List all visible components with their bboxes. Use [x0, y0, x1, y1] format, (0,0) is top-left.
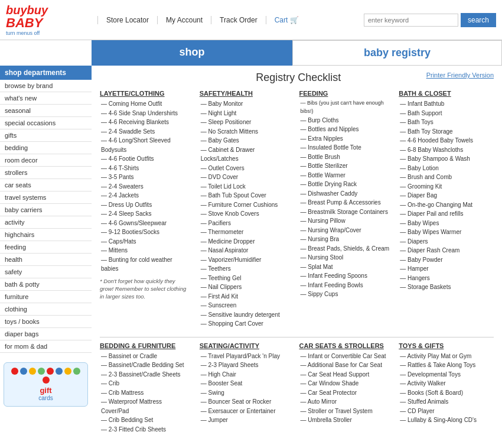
logo-area: buybuy BABY turn menus off: [6, 4, 97, 36]
dot: [64, 368, 71, 375]
safety-item: Nasal Aspirator: [200, 246, 290, 255]
sidebar-item-diaper-bags[interactable]: diaper bags: [0, 328, 92, 340]
sidebar-item-bath-potty[interactable]: bath & potty: [0, 278, 92, 291]
turn-menus-off[interactable]: turn menus off: [6, 30, 97, 36]
store-locator-link[interactable]: Store Locator: [97, 16, 158, 24]
bath-item: Diaper Pail and refills: [399, 209, 489, 219]
bath-item: Infant Bathtub: [399, 99, 489, 109]
feeding-item: Infant Feeding Bowls: [299, 281, 390, 290]
sidebar-item-feeding[interactable]: feeding: [0, 241, 92, 254]
safety-item: DVD Cover: [200, 173, 290, 182]
layette-item: 2-4 Sleep Sacks: [100, 209, 190, 219]
sidebar-item-strollers[interactable]: strollers: [0, 167, 92, 179]
sidebar-item-car-seats[interactable]: car seats: [0, 179, 92, 191]
carseats-header: CAR SEATS & STROLLERS: [299, 342, 390, 349]
bath-item: Baby Wipes Warmer: [399, 228, 489, 237]
seating-item: Bouncer Seat or Rocker: [200, 397, 290, 407]
feeding-item: Bibs (you just can't have enough bibs!): [299, 99, 390, 116]
dot: [73, 368, 80, 375]
feeding-col: FEEDING Bibs (you just can't have enough…: [295, 90, 395, 329]
safety-item: First Aid Kit: [200, 292, 290, 301]
dot: [47, 368, 54, 375]
sidebar-item-highchairs[interactable]: highchairs: [0, 229, 92, 241]
bath-col: BATH & CLOSET Infant Bathtub Bath Suppor…: [394, 90, 494, 329]
safety-item: Shopping Cart Cover: [200, 319, 290, 329]
sidebar-item-browse-by-brand[interactable]: browse by brand: [0, 80, 92, 92]
seating-header: SEATING/ACTIVITY: [200, 342, 290, 349]
checklist-title: Registry Checklist: [171, 72, 426, 84]
sidebar-item-activity[interactable]: activity: [0, 216, 92, 229]
bedding-item: 2-3 Fitted Crib Sheets: [100, 425, 190, 434]
layette-item: 4-6 Footie Outfits: [100, 154, 190, 164]
track-order-link[interactable]: Track Order: [211, 16, 266, 24]
feeding-item: Dishwasher Caddy: [299, 189, 390, 199]
sidebar-item-toys-books[interactable]: toys / books: [0, 316, 92, 328]
safety-item: Teethers: [200, 264, 290, 274]
search-button[interactable]: search: [461, 13, 496, 27]
safety-item: Furniture Corner Cushions: [200, 200, 290, 210]
sidebar-item-bedding[interactable]: bedding: [0, 142, 92, 154]
bath-item: Diaper Bag: [399, 191, 489, 200]
sidebar-item-health[interactable]: health: [0, 254, 92, 266]
bath-item: Brush and Comb: [399, 173, 489, 182]
sidebar-item-room-decor[interactable]: room decor: [0, 154, 92, 167]
bedding-header: BEDDING & FURNITURE: [100, 342, 190, 349]
feeding-item: Insulated Bottle Tote: [299, 143, 390, 152]
bedding-item: Waterproof Mattress Cover/Pad: [100, 397, 190, 415]
sidebar-item-whats-new[interactable]: what's new: [0, 92, 92, 105]
sidebar-spacer: [0, 40, 92, 66]
feeding-item: Extra Nipples: [299, 134, 390, 144]
sidebar-item-clothing[interactable]: clothing: [0, 303, 92, 316]
feeding-item: Breast Pads, Shields, & Cream: [299, 244, 390, 254]
search-input[interactable]: [364, 14, 458, 27]
layette-item: 4-6 Side Snap Undershirts: [100, 109, 190, 118]
seating-item: Jumper: [200, 415, 290, 425]
safety-item: Sensitive laundry detergent: [200, 310, 290, 320]
sidebar-item-special-occasions[interactable]: special occasions: [0, 117, 92, 129]
safety-item: Baby Gates: [200, 136, 290, 145]
layette-item: Dress Up Outfits: [100, 200, 190, 210]
feeding-item: Bottle Brush: [299, 152, 390, 162]
bath-item: Bath Toys: [399, 118, 489, 127]
sidebar-item-gifts[interactable]: gifts: [0, 129, 92, 142]
bath-item: Baby Shampoo & Wash: [399, 154, 489, 164]
sidebar-item-furniture[interactable]: furniture: [0, 291, 92, 303]
dot: [20, 368, 27, 375]
safety-col: SAFETY/HEALTH Baby Monitor Night Light S…: [195, 90, 295, 329]
tab-shop[interactable]: shop: [92, 40, 292, 66]
tab-bar: shop baby registry: [0, 40, 502, 66]
feeding-header: FEEDING: [299, 90, 390, 97]
bath-item: Grooming Kit: [399, 182, 489, 191]
carseats-item: Car Seat Head Support: [299, 370, 390, 379]
sidebar-item-travel-systems[interactable]: travel systems: [0, 191, 92, 204]
safety-item: Outlet Covers: [200, 164, 290, 173]
layette-item: Coming Home Outfit: [100, 99, 190, 109]
carseats-item: Umbrella Stroller: [299, 415, 390, 425]
gift-card-area: gift cards: [0, 359, 92, 410]
sidebar-item-for-mom-and-dad[interactable]: for mom & dad: [0, 340, 92, 353]
seating-item: Exersaucer or Entertainer: [200, 407, 290, 416]
gift-card-box[interactable]: gift cards: [4, 362, 88, 407]
feeding-item: Splat Mat: [299, 262, 390, 272]
sidebar-item-seasonal[interactable]: seasonal: [0, 105, 92, 117]
toys-item: Activity Walker: [399, 379, 489, 388]
toys-item: Books (Soft & Board): [399, 388, 489, 398]
sidebar-item-baby-carriers[interactable]: baby carriers: [0, 204, 92, 216]
sidebar-item-safety[interactable]: safety: [0, 266, 92, 278]
bedding-item: Bassinet or Cradle: [100, 352, 190, 361]
feeding-item: Bottles and Nipples: [299, 125, 390, 134]
tab-registry[interactable]: baby registry: [292, 40, 502, 66]
printer-friendly-link[interactable]: Printer Friendly Version: [426, 72, 494, 79]
bath-item: 4-6 Hooded Baby Towels: [399, 136, 489, 145]
bath-item: Hamper: [399, 264, 489, 274]
bedding-col: BEDDING & FURNITURE Bassinet or Cradle B…: [100, 342, 195, 434]
feeding-item: Sippy Cups: [299, 290, 390, 299]
carseats-item: Car Seat Protector: [299, 388, 390, 398]
bath-item: Baby Powder: [399, 255, 489, 265]
bedding-item: 2-3 Bassinet/Cradle Sheets: [100, 370, 190, 379]
feeding-item: Nursing Wrap/Cover: [299, 226, 390, 235]
safety-item: Toilet Lid Lock: [200, 182, 290, 191]
cart-link[interactable]: Cart 🛒: [266, 16, 307, 24]
toys-item: CD Player: [399, 407, 489, 416]
my-account-link[interactable]: My Account: [158, 16, 211, 24]
